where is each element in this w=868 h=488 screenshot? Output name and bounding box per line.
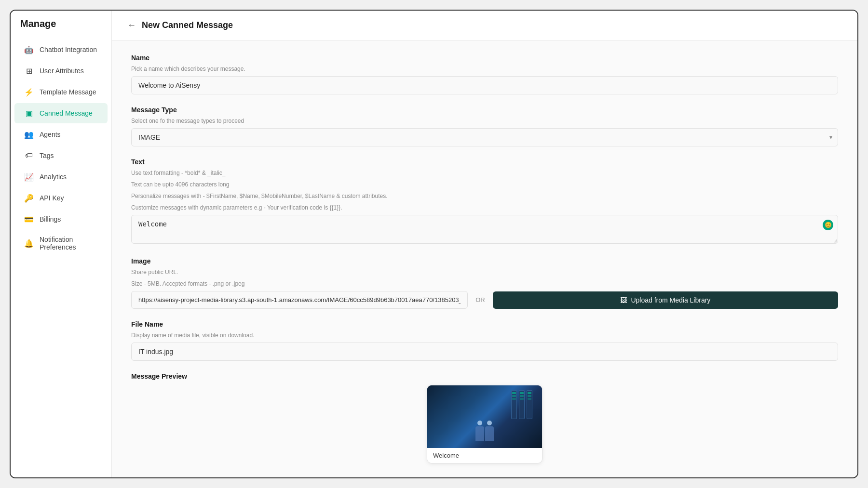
file-name-input[interactable] xyxy=(131,343,838,361)
template-icon: ⚡ xyxy=(24,87,34,97)
sidebar: Manage 🤖 Chatbot Integration ⊞ User Attr… xyxy=(11,11,112,477)
main-content: ← New Canned Message Name Pick a name wh… xyxy=(112,11,857,477)
canned-message-icon: ▣ xyxy=(24,108,34,118)
message-type-label: Message Type xyxy=(131,106,838,114)
text-hint-1: Use text formatting - *bold* & _italic_ xyxy=(131,169,838,177)
sidebar-item-user-attributes[interactable]: ⊞ User Attributes xyxy=(14,61,108,81)
image-url-row: OR 🖼 Upload from Media Library xyxy=(131,291,838,309)
sidebar-item-tags[interactable]: 🏷 Tags xyxy=(14,145,108,166)
name-section: Name Pick a name which describes your me… xyxy=(131,54,838,94)
message-type-section: Message Type Select one fo the message t… xyxy=(131,106,838,146)
sidebar-item-label: User Attributes xyxy=(40,67,84,75)
chatbot-icon: 🤖 xyxy=(24,45,34,54)
server-rack-2 xyxy=(519,390,525,419)
text-section: Text Use text formatting - *bold* & _ita… xyxy=(131,158,838,246)
sidebar-item-label: Agents xyxy=(40,131,61,138)
sidebar-item-label: Billings xyxy=(40,215,61,223)
preview-text: Welcome xyxy=(427,448,542,463)
text-area-wrapper: Welcome 😊 xyxy=(131,215,838,246)
upload-button-label: Upload from Media Library xyxy=(631,296,710,304)
sidebar-item-label: Notification Preferences xyxy=(40,236,98,251)
text-hint-2: Text can be upto 4096 characters long xyxy=(131,180,838,189)
analytics-icon: 📈 xyxy=(24,172,34,182)
upload-button[interactable]: 🖼 Upload from Media Library xyxy=(493,291,838,309)
server-rack-3 xyxy=(527,390,532,419)
name-input[interactable] xyxy=(131,76,838,94)
or-label: OR xyxy=(475,296,485,303)
server-rack-1 xyxy=(511,390,517,419)
sidebar-item-notification-preferences[interactable]: 🔔 Notification Preferences xyxy=(14,230,108,256)
preview-figures xyxy=(475,426,494,441)
form-area: Name Pick a name which describes your me… xyxy=(112,40,857,477)
upload-icon: 🖼 xyxy=(620,296,627,304)
text-hint-4: Customize messages with dynamic paramete… xyxy=(131,203,838,212)
sidebar-item-label: Tags xyxy=(40,152,54,159)
message-type-select-wrapper: IMAGE TEXT VIDEO DOCUMENT ▾ xyxy=(131,128,838,146)
server-racks xyxy=(511,390,532,419)
message-preview-section: Message Preview Welcome xyxy=(131,372,838,463)
sidebar-item-billings[interactable]: 💳 Billings xyxy=(14,209,108,229)
sidebar-item-label: Canned Message xyxy=(40,109,93,117)
sidebar-item-chatbot-integration[interactable]: 🤖 Chatbot Integration xyxy=(14,40,108,60)
notification-icon: 🔔 xyxy=(24,238,34,248)
api-key-icon: 🔑 xyxy=(24,193,34,203)
sidebar-title: Manage xyxy=(11,18,111,39)
image-label: Image xyxy=(131,257,838,265)
file-name-section: File Name Display name of media file, vi… xyxy=(131,320,838,361)
text-label: Text xyxy=(131,158,838,166)
billings-icon: 💳 xyxy=(24,214,34,224)
sidebar-item-label: Template Message xyxy=(40,88,96,96)
image-hint-1: Share public URL. xyxy=(131,268,838,277)
sidebar-item-agents[interactable]: 👥 Agents xyxy=(14,124,108,145)
user-attributes-icon: ⊞ xyxy=(24,66,34,76)
preview-image xyxy=(427,385,542,448)
name-label: Name xyxy=(131,54,838,62)
file-name-hint: Display name of media file, visible on d… xyxy=(131,331,838,340)
name-hint: Pick a name which describes your message… xyxy=(131,65,838,73)
preview-card: Welcome xyxy=(427,385,542,463)
agents-icon: 👥 xyxy=(24,130,34,139)
sidebar-item-label: Analytics xyxy=(40,173,67,181)
file-name-label: File Name xyxy=(131,320,838,328)
page-title: New Canned Message xyxy=(142,20,233,30)
sidebar-item-analytics[interactable]: 📈 Analytics xyxy=(14,167,108,187)
figure-person-1 xyxy=(475,426,484,441)
image-section: Image Share public URL. Size - 5MB. Acce… xyxy=(131,257,838,309)
emoji-button[interactable]: 😊 xyxy=(823,220,833,230)
app-window: Manage 🤖 Chatbot Integration ⊞ User Attr… xyxy=(10,10,858,478)
back-button[interactable]: ← xyxy=(127,20,136,30)
sidebar-item-api-key[interactable]: 🔑 API Key xyxy=(14,188,108,208)
page-header: ← New Canned Message xyxy=(112,11,857,40)
image-hint-2: Size - 5MB. Accepted formats - .png or .… xyxy=(131,279,838,288)
text-hint-3: Personalize messages with - $FirstName, … xyxy=(131,192,838,200)
text-textarea[interactable]: Welcome xyxy=(131,215,838,244)
image-url-input[interactable] xyxy=(131,291,468,309)
message-preview-label: Message Preview xyxy=(131,372,838,380)
sidebar-item-label: API Key xyxy=(40,194,64,202)
sidebar-item-template-message[interactable]: ⚡ Template Message xyxy=(14,82,108,102)
message-type-select[interactable]: IMAGE TEXT VIDEO DOCUMENT xyxy=(131,128,838,146)
figure-person-2 xyxy=(485,426,494,441)
message-type-hint: Select one fo the message types to proce… xyxy=(131,117,838,125)
tags-icon: 🏷 xyxy=(24,151,34,160)
sidebar-item-canned-message[interactable]: ▣ Canned Message xyxy=(14,103,108,123)
sidebar-item-label: Chatbot Integration xyxy=(40,46,97,53)
